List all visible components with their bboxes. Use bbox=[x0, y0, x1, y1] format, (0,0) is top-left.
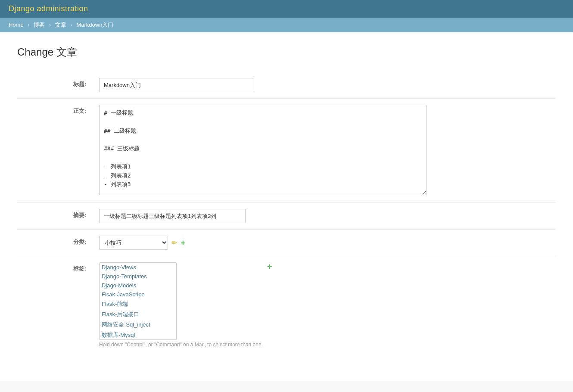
add-category-icon[interactable]: + bbox=[181, 239, 186, 247]
tags-select-wrapper: Django-Views Django-Templates Djago-Mode… bbox=[99, 262, 263, 348]
tag-option-4: Flsak-JavaScripe bbox=[100, 290, 176, 299]
category-select[interactable]: 小技巧 bbox=[99, 236, 168, 250]
title-field bbox=[95, 72, 556, 99]
title-label: 标题: bbox=[17, 72, 95, 99]
title-input[interactable] bbox=[99, 78, 254, 92]
category-field: 小技巧 ✏ + bbox=[95, 230, 556, 256]
tags-row: 标签: Django-Views Django-Templates Djago-… bbox=[17, 256, 556, 354]
tag-option-3: Djago-Models bbox=[100, 281, 176, 290]
summary-input[interactable] bbox=[99, 209, 246, 223]
breadcrumb-sep3: › bbox=[71, 22, 72, 28]
site-title: Django administration bbox=[9, 4, 88, 13]
tags-help-text: Hold down "Control", or "Command" on a M… bbox=[99, 342, 263, 348]
tag-option-1: Django-Views bbox=[100, 263, 176, 272]
category-select-row: 小技巧 ✏ + bbox=[99, 236, 556, 250]
body-row: 正文: # 一级标题 ## 二级标题 ### 三级标题 - 列表项1 - 列表项… bbox=[17, 99, 556, 203]
breadcrumb-section1[interactable]: 博客 bbox=[34, 22, 45, 28]
breadcrumb-sep1: › bbox=[28, 22, 29, 28]
page-title: Change 文章 bbox=[17, 45, 556, 59]
edit-category-icon[interactable]: ✏ bbox=[171, 239, 177, 247]
summary-label: 摘要: bbox=[17, 203, 95, 230]
breadcrumb: Home › 博客 › 文章 › Markdown入门 bbox=[0, 18, 573, 32]
tags-container: Django-Views Django-Templates Djago-Mode… bbox=[99, 262, 556, 348]
category-label: 分类: bbox=[17, 230, 95, 256]
body-label: 正文: bbox=[17, 99, 95, 203]
site-title-django: Django bbox=[9, 4, 37, 13]
tags-label: 标签: bbox=[17, 256, 95, 354]
tags-select[interactable]: Django-Views Django-Templates Djago-Mode… bbox=[99, 262, 177, 340]
summary-field bbox=[95, 203, 556, 230]
category-row: 分类: 小技巧 ✏ + bbox=[17, 230, 556, 256]
breadcrumb-home[interactable]: Home bbox=[9, 22, 24, 28]
tag-option-6: Flask-后端接口 bbox=[100, 309, 176, 320]
breadcrumb-sep2: › bbox=[49, 22, 51, 28]
summary-row: 摘要: bbox=[17, 203, 556, 230]
body-textarea[interactable]: # 一级标题 ## 二级标题 ### 三级标题 - 列表项1 - 列表项2 - … bbox=[99, 105, 427, 195]
body-field: # 一级标题 ## 二级标题 ### 三级标题 - 列表项1 - 列表项2 - … bbox=[95, 99, 556, 203]
title-row: 标题: bbox=[17, 72, 556, 99]
tag-option-7: 网络安全-Sql_inject bbox=[100, 320, 176, 330]
tags-field: Django-Views Django-Templates Djago-Mode… bbox=[95, 256, 556, 354]
tag-option-8: 数据库-Mysql bbox=[100, 330, 176, 340]
tag-option-5: Flask-前端 bbox=[100, 299, 176, 309]
tag-option-2: Django-Templates bbox=[100, 272, 176, 281]
site-title-admin: administration bbox=[37, 4, 88, 13]
breadcrumb-section2[interactable]: 文章 bbox=[55, 22, 66, 28]
add-tag-icon[interactable]: + bbox=[267, 262, 272, 271]
breadcrumb-current: Markdown入门 bbox=[76, 22, 113, 28]
main-content: Change 文章 标题: 正文: # 一级标题 ## 二级标题 ### 三级标… bbox=[0, 32, 573, 381]
change-form: 标题: 正文: # 一级标题 ## 二级标题 ### 三级标题 - 列表项1 -… bbox=[17, 72, 556, 354]
site-header: Django administration bbox=[0, 0, 573, 18]
